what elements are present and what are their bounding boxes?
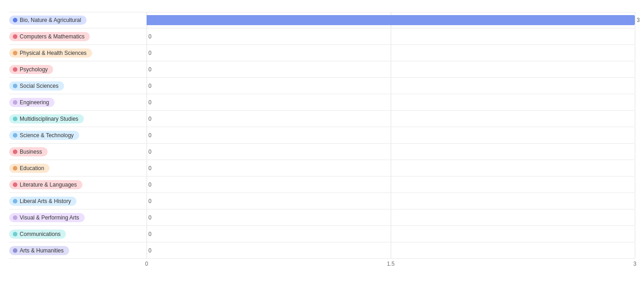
bar-label: Literature & Languages xyxy=(20,182,77,188)
label-dot xyxy=(13,199,17,203)
bar xyxy=(147,15,635,25)
label-pill: Communications xyxy=(9,230,66,239)
grid-line xyxy=(635,61,635,77)
grid-line xyxy=(391,144,391,160)
label-container: Communications xyxy=(9,230,147,239)
label-container: Social Sciences xyxy=(9,81,147,91)
label-dot xyxy=(13,232,17,236)
grid-line xyxy=(635,242,635,258)
bar-section: 0 xyxy=(147,193,635,209)
grid-line xyxy=(635,28,635,44)
label-dot xyxy=(13,51,17,55)
grid-line xyxy=(391,160,391,176)
bar-value-label: 0 xyxy=(148,83,152,89)
bar-section: 0 xyxy=(147,45,635,61)
label-container: Education xyxy=(9,164,147,173)
grid-line xyxy=(147,226,147,242)
bar-value-label: 0 xyxy=(148,33,152,40)
grid-line xyxy=(391,193,391,209)
label-dot xyxy=(13,117,17,121)
bar-section: 0 xyxy=(147,209,635,225)
bar-label: Multidisciplinary Studies xyxy=(20,116,78,122)
bar-label: Computers & Mathematics xyxy=(20,33,84,40)
label-pill: Engineering xyxy=(9,98,55,107)
grid-line xyxy=(147,94,147,110)
label-pill: Business xyxy=(9,147,48,156)
bar-value-label: 0 xyxy=(148,99,152,106)
grid-line xyxy=(391,209,391,225)
bar-row: Physical & Health Sciences0 xyxy=(9,45,635,61)
grid-line xyxy=(391,242,391,258)
grid-line xyxy=(391,78,391,94)
bar-row: Education0 xyxy=(9,160,635,177)
bar-row: Bio, Nature & Agricultural3 xyxy=(9,12,635,28)
label-dot xyxy=(13,67,17,72)
bar-row: Visual & Performing Arts0 xyxy=(9,209,635,226)
bar-value-label: 0 xyxy=(148,149,152,155)
label-dot xyxy=(13,166,17,171)
grid-line xyxy=(391,28,391,44)
label-dot xyxy=(13,248,17,253)
bar-section: 0 xyxy=(147,160,635,176)
label-container: Liberal Arts & History xyxy=(9,197,147,206)
grid-line xyxy=(147,209,147,225)
label-pill: Computers & Mathematics xyxy=(9,32,90,41)
bar-value-label: 0 xyxy=(148,165,152,171)
bar-row: Literature & Languages0 xyxy=(9,177,635,193)
grid-line xyxy=(635,111,635,127)
grid-line xyxy=(635,144,635,160)
grid-line xyxy=(635,94,635,110)
grid-line xyxy=(391,94,391,110)
label-container: Bio, Nature & Agricultural xyxy=(9,16,147,25)
bar-row: Multidisciplinary Studies0 xyxy=(9,111,635,127)
bar-label: Psychology xyxy=(20,66,48,73)
bar-label: Bio, Nature & Agricultural xyxy=(20,17,81,23)
label-pill: Liberal Arts & History xyxy=(9,197,76,206)
grid-line xyxy=(635,45,635,61)
bar-row: Business0 xyxy=(9,144,635,160)
grid-line xyxy=(391,226,391,242)
label-dot xyxy=(13,182,17,187)
chart-container: Bio, Nature & Agricultural3Computers & M… xyxy=(0,0,644,289)
bar-section: 0 xyxy=(147,78,635,94)
grid-line xyxy=(147,193,147,209)
label-dot xyxy=(13,34,17,39)
label-pill: Psychology xyxy=(9,65,53,74)
grid-line xyxy=(635,127,635,143)
bar-value-label: 0 xyxy=(148,116,152,122)
bar-row: Science & Technology0 xyxy=(9,127,635,144)
label-pill: Social Sciences xyxy=(9,81,64,91)
grid-line xyxy=(147,111,147,127)
grid-line xyxy=(391,127,391,143)
label-container: Engineering xyxy=(9,98,147,107)
bar-label: Physical & Health Sciences xyxy=(20,50,87,56)
grid-line xyxy=(147,61,147,77)
bar-value-label: 0 xyxy=(148,50,152,56)
bar-value-label: 0 xyxy=(148,132,152,139)
grid-line xyxy=(635,209,635,225)
label-pill: Multidisciplinary Studies xyxy=(9,114,84,123)
label-container: Computers & Mathematics xyxy=(9,32,147,41)
chart-area: Bio, Nature & Agricultural3Computers & M… xyxy=(9,12,635,259)
grid-line xyxy=(635,177,635,193)
x-tick: 0 xyxy=(145,261,148,267)
bar-label: Science & Technology xyxy=(20,132,74,139)
grid-line xyxy=(391,45,391,61)
bar-value-label: 3 xyxy=(637,17,640,23)
label-dot xyxy=(13,84,17,88)
bar-section: 3 xyxy=(147,12,635,28)
label-pill: Bio, Nature & Agricultural xyxy=(9,16,87,25)
label-pill: Visual & Performing Arts xyxy=(9,213,85,222)
label-pill: Science & Technology xyxy=(9,131,79,140)
bar-value-label: 0 xyxy=(148,182,152,188)
grid-line xyxy=(635,78,635,94)
bar-row: Liberal Arts & History0 xyxy=(9,193,635,209)
bar-row: Arts & Humanities0 xyxy=(9,242,635,259)
x-tick: 1.5 xyxy=(387,261,395,267)
grid-line xyxy=(635,160,635,176)
bar-value-label: 0 xyxy=(148,198,152,204)
bar-row: Communications0 xyxy=(9,226,635,242)
label-pill: Physical & Health Sciences xyxy=(9,48,92,58)
bar-section: 0 xyxy=(147,28,635,44)
label-pill: Arts & Humanities xyxy=(9,246,69,255)
